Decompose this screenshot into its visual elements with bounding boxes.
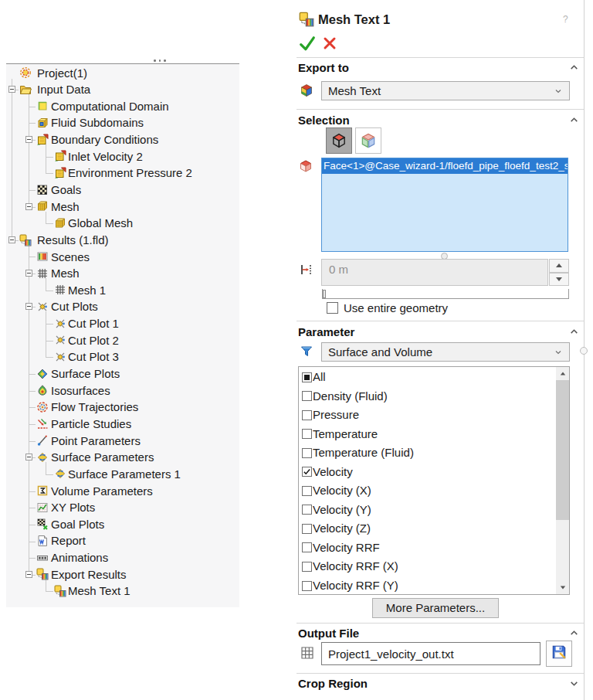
tree-item-goals[interactable]: Goals [6, 182, 239, 199]
offset-slider-thumb[interactable] [323, 290, 326, 298]
parameter-checkbox-item[interactable]: Temperature [300, 425, 555, 444]
select-face-toggle-button[interactable] [326, 127, 352, 154]
tree-item-particle-studies[interactable]: Particle Studies [6, 416, 239, 433]
offset-distance-field[interactable]: 0 m [321, 259, 548, 286]
parameter-filter-dropdown[interactable]: Surface and Volume [321, 342, 570, 362]
use-entire-geometry-checkbox[interactable] [327, 302, 338, 314]
scroll-up-button[interactable] [556, 367, 569, 380]
offset-slider-track[interactable] [322, 289, 569, 299]
export-to-dropdown[interactable]: Mesh Text [321, 81, 570, 100]
section-header-output-file[interactable]: Output File [298, 627, 359, 640]
checkbox-icon[interactable] [302, 391, 312, 401]
tree-item-cut-plot-3[interactable]: Cut Plot 3 [6, 348, 239, 365]
tree-item-mesh-1[interactable]: Mesh 1 [6, 282, 239, 299]
tree-expander-minus-icon[interactable] [25, 454, 32, 460]
chevron-down-icon [554, 348, 563, 357]
tree-item-mesh-text-1[interactable]: Mesh Text 1 [6, 583, 239, 600]
checkbox-icon[interactable] [302, 524, 312, 534]
output-file-input[interactable] [321, 642, 540, 665]
help-icon[interactable]: ? [563, 14, 568, 25]
parameter-checkbox-item[interactable]: Temperature (Fluid) [300, 443, 555, 463]
tree-item-inlet-velocity-2[interactable]: Inlet Velocity 2 [6, 148, 239, 165]
checkbox-icon[interactable] [302, 486, 312, 496]
tree-item-point-parameters[interactable]: Point Parameters [6, 433, 239, 450]
scroll-down-button[interactable] [556, 581, 569, 594]
tree-item-xy-plots[interactable]: XY Plots [6, 499, 239, 516]
parameter-checkbox-item[interactable]: Velocity [300, 463, 555, 482]
checkbox-icon[interactable] [302, 562, 312, 572]
scrollbar[interactable] [556, 367, 569, 594]
tree-item-export-results[interactable]: Export Results [6, 566, 239, 583]
tree-item-project-1-[interactable]: Project(1) [6, 65, 239, 82]
section-header-selection[interactable]: Selection [298, 114, 350, 127]
checkbox-icon[interactable] [302, 581, 312, 591]
save-file-button[interactable] [546, 641, 572, 667]
cancel-button[interactable] [322, 36, 337, 51]
tree-item-scenes[interactable]: Scenes [6, 249, 239, 266]
parameter-checkbox-item[interactable]: Density (Fluid) [300, 387, 555, 406]
tree-expander-minus-icon[interactable] [25, 136, 32, 143]
tree-expander-minus-icon[interactable] [8, 86, 15, 93]
parameter-checkbox-item[interactable]: Velocity RRF (X) [300, 557, 555, 576]
tree-item-computational-domain[interactable]: Computational Domain [6, 98, 239, 115]
ok-button[interactable] [299, 35, 316, 52]
tree-item-surface-parameters-1[interactable]: Surface Parameters 1 [6, 466, 239, 483]
parameter-checkbox-item[interactable]: Pressure [300, 406, 555, 425]
chevron-up-icon[interactable] [569, 327, 579, 337]
checkbox-icon[interactable] [302, 467, 312, 477]
section-header-export-to[interactable]: Export to [298, 61, 349, 74]
tree-item-mesh[interactable]: Mesh [6, 265, 239, 282]
splitter-grip-dots[interactable] [154, 59, 171, 63]
tree-expander-minus-icon[interactable] [25, 303, 32, 310]
parameter-checkbox-item[interactable]: Velocity RRF (Y) [300, 576, 555, 593]
spin-down-button[interactable] [549, 273, 569, 287]
selection-list-item[interactable]: Face<1>@Case_wizard-1/floefd_pipe_floefd… [322, 158, 568, 174]
tree-item-environment-pressure-2[interactable]: Environment Pressure 2 [6, 165, 239, 182]
tree-expander-minus-icon[interactable] [25, 203, 32, 210]
checkbox-icon[interactable] [302, 429, 312, 439]
tree-item-input-data[interactable]: Input Data [6, 81, 239, 98]
tree-expander-minus-icon[interactable] [25, 571, 32, 578]
section-header-parameter[interactable]: Parameter [298, 325, 354, 338]
tree-item-results-1-fld-[interactable]: Results (1.fld) [6, 232, 239, 249]
selection-listbox[interactable]: Face<1>@Case_wizard-1/floefd_pipe_floefd… [321, 158, 568, 252]
checkbox-icon[interactable] [302, 410, 312, 420]
chevron-up-icon[interactable] [569, 628, 579, 638]
tree-expander-minus-icon[interactable] [25, 270, 32, 277]
panel-splitter-grip[interactable] [580, 347, 588, 355]
scenes-icon [36, 250, 49, 263]
scrollbar-thumb[interactable] [556, 380, 569, 520]
parameter-checkbox-item[interactable]: Velocity (X) [300, 481, 555, 501]
tree-item-animations[interactable]: Animations [6, 549, 239, 566]
tree-item-flow-trajectories[interactable]: Flow Trajectories [6, 399, 239, 416]
checkbox-icon[interactable] [302, 372, 312, 382]
tree-item-surface-parameters[interactable]: Surface Parameters [6, 449, 239, 466]
section-header-crop-region[interactable]: Crop Region [298, 677, 368, 690]
tree-item-surface-plots[interactable]: Surface Plots [6, 365, 239, 382]
parameter-checkbox-item[interactable]: Velocity RRF [300, 539, 555, 558]
checkbox-icon[interactable] [302, 448, 312, 458]
spin-up-button[interactable] [549, 259, 569, 273]
tree-item-boundary-conditions[interactable]: Boundary Conditions [6, 131, 239, 148]
tree-item-mesh[interactable]: Mesh [6, 199, 239, 216]
tree-item-volume-parameters[interactable]: Volume Parameters [6, 483, 239, 500]
select-component-toggle-button[interactable] [355, 127, 381, 154]
checkbox-icon[interactable] [302, 505, 312, 515]
checkbox-icon[interactable] [302, 542, 312, 552]
tree-item-goal-plots[interactable]: Goal Plots [6, 516, 239, 533]
tree-item-isosurfaces[interactable]: Isosurfaces [6, 382, 239, 399]
parameter-checkbox-item[interactable]: Velocity (Y) [300, 501, 555, 520]
tree-expander-minus-icon[interactable] [8, 236, 15, 243]
tree-item-cut-plots[interactable]: Cut Plots [6, 298, 239, 315]
more-parameters-button[interactable]: More Parameters... [372, 598, 499, 618]
chevron-up-icon[interactable] [569, 115, 579, 125]
chevron-up-icon[interactable] [569, 63, 579, 73]
parameter-checkbox-item[interactable]: All [300, 368, 555, 387]
tree-item-global-mesh[interactable]: Global Mesh [6, 215, 239, 232]
tree-item-cut-plot-1[interactable]: Cut Plot 1 [6, 315, 239, 332]
tree-item-fluid-subdomains[interactable]: Fluid Subdomains [6, 114, 239, 131]
tree-item-cut-plot-2[interactable]: Cut Plot 2 [6, 332, 239, 349]
tree-item-report[interactable]: Report [6, 532, 239, 549]
chevron-down-icon[interactable] [569, 678, 579, 688]
parameter-checkbox-item[interactable]: Velocity (Z) [300, 519, 555, 539]
